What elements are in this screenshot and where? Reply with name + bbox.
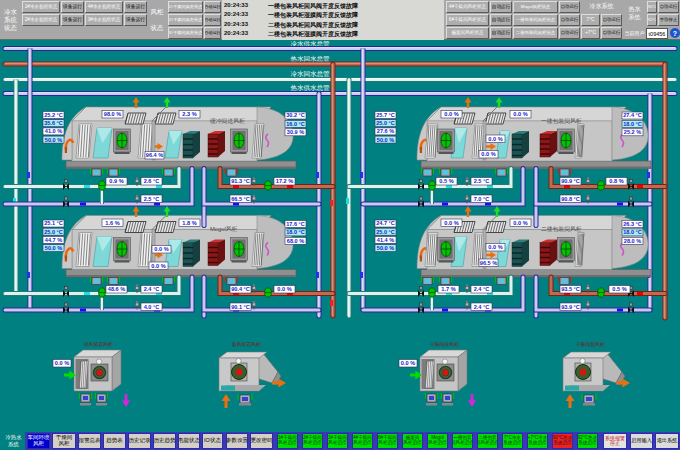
- svg-text:48.6 %: 48.6 %: [108, 286, 125, 292]
- svg-text:93.9 °C: 93.9 °C: [561, 304, 580, 310]
- svg-text:17.2 %: 17.2 %: [276, 178, 293, 184]
- svg-text:90.4 °C: 90.4 °C: [231, 286, 250, 292]
- svg-text:16.0 °C: 16.0 °C: [286, 121, 305, 127]
- svg-text:25.0 °C: 25.0 °C: [376, 120, 395, 126]
- svg-text:二楼包装间风柜: 二楼包装间风柜: [541, 226, 582, 233]
- svg-text:新风装置风柜: 新风装置风柜: [232, 341, 261, 347]
- svg-text:68.0 %: 68.0 %: [287, 238, 304, 244]
- svg-text:0.0 %: 0.0 %: [401, 360, 415, 366]
- svg-text:30.9 %: 30.9 %: [287, 129, 304, 135]
- svg-text:27.4 °C: 27.4 °C: [623, 112, 642, 118]
- svg-text:25.1 °C: 25.1 °C: [44, 220, 63, 226]
- svg-text:41.4 %: 41.4 %: [377, 237, 394, 243]
- svg-text:0.8 %: 0.8 %: [609, 178, 623, 184]
- svg-text:66.5 °C: 66.5 °C: [231, 196, 250, 202]
- svg-text:18.0 °C: 18.0 °C: [286, 229, 305, 235]
- svg-text:50.0 %: 50.0 %: [377, 137, 394, 143]
- svg-text:25.7 °C: 25.7 °C: [376, 112, 395, 118]
- svg-text:2.4 °C: 2.4 °C: [474, 286, 490, 292]
- svg-text:90.9 °C: 90.9 °C: [561, 178, 580, 184]
- svg-text:1.7 %: 1.7 %: [441, 286, 455, 292]
- svg-text:1.6 %: 1.6 %: [105, 220, 119, 226]
- svg-text:0.0 %: 0.0 %: [55, 360, 69, 366]
- svg-text:0.0 %: 0.0 %: [444, 220, 458, 226]
- svg-text:50.0 %: 50.0 %: [377, 245, 394, 251]
- svg-text:排风装置风柜: 排风装置风柜: [83, 342, 113, 347]
- svg-text:0.0 %: 0.0 %: [444, 111, 458, 117]
- svg-text:96.4 %: 96.4 %: [146, 152, 163, 158]
- svg-text:2.3 %: 2.3 %: [182, 111, 196, 117]
- svg-text:91.3 °C: 91.3 °C: [231, 178, 250, 184]
- svg-text:27.6 %: 27.6 %: [377, 128, 394, 134]
- svg-text:2.4 °C: 2.4 °C: [474, 304, 490, 310]
- svg-text:25.2 %: 25.2 %: [624, 129, 641, 135]
- svg-text:26.3 °C: 26.3 °C: [623, 221, 642, 227]
- svg-text:0.0 %: 0.0 %: [513, 220, 527, 226]
- svg-text:25.0 °C: 25.0 °C: [376, 229, 395, 235]
- svg-text:干燥间新风柜: 干燥间新风柜: [576, 341, 605, 348]
- svg-text:90.1 °C: 90.1 °C: [231, 304, 250, 310]
- svg-text:热水供水总管: 热水供水总管: [291, 84, 331, 92]
- svg-text:35.6 °C: 35.6 °C: [44, 120, 63, 126]
- svg-text:44.7 %: 44.7 %: [45, 237, 62, 243]
- svg-text:41.0 %: 41.0 %: [45, 128, 62, 134]
- svg-text:0.0 %: 0.0 %: [513, 111, 527, 117]
- svg-text:28.0 %: 28.0 %: [624, 238, 641, 244]
- svg-text:0.0 %: 0.0 %: [488, 136, 502, 142]
- svg-text:98.0 %: 98.0 %: [104, 111, 121, 117]
- svg-text:2.6 °C: 2.6 °C: [144, 178, 160, 184]
- svg-text:24.7 °C: 24.7 °C: [376, 220, 395, 226]
- svg-text:0.0 %: 0.0 %: [277, 286, 291, 292]
- svg-text:0.0 %: 0.0 %: [154, 246, 168, 252]
- svg-text:50.0 %: 50.0 %: [45, 245, 62, 251]
- svg-text:25.2 °C: 25.2 °C: [44, 112, 63, 118]
- svg-text:0.5 %: 0.5 %: [612, 286, 626, 292]
- svg-text:一楼包装间风柜: 一楼包装间风柜: [541, 118, 582, 125]
- svg-text:1.8 %: 1.8 %: [182, 220, 196, 226]
- svg-text:冷水回水总管: 冷水回水总管: [291, 70, 331, 78]
- svg-text:96.5 %: 96.5 %: [480, 260, 497, 266]
- svg-text:0.5 %: 0.5 %: [439, 178, 453, 184]
- svg-text:干燥间排风柜: 干燥间排风柜: [430, 341, 459, 348]
- svg-text:0.9 %: 0.9 %: [109, 178, 123, 184]
- svg-text:25.0 °C: 25.0 °C: [44, 229, 63, 235]
- svg-text:0.0 %: 0.0 %: [151, 263, 165, 269]
- svg-text:93.5 °C: 93.5 °C: [561, 286, 580, 292]
- svg-text:50.0 %: 50.0 %: [45, 137, 62, 143]
- svg-text:缓冲间送风柜: 缓冲间送风柜: [210, 118, 245, 125]
- svg-text:30.2 °C: 30.2 °C: [286, 112, 305, 118]
- svg-text:2.5 °C: 2.5 °C: [474, 178, 490, 184]
- svg-text:18.0 °C: 18.0 °C: [623, 121, 642, 127]
- svg-text:4.0 °C: 4.0 °C: [144, 304, 160, 310]
- svg-text:2.5 °C: 2.5 °C: [144, 196, 160, 202]
- svg-text:0.0 %: 0.0 %: [488, 244, 502, 250]
- svg-text:7.0 °C: 7.0 °C: [474, 196, 490, 202]
- svg-text:Mogul风柜: Mogul风柜: [210, 226, 238, 232]
- svg-text:热水回水总管: 热水回水总管: [291, 55, 331, 63]
- svg-text:0.0 %: 0.0 %: [481, 151, 495, 157]
- svg-text:90.8 °C: 90.8 °C: [561, 196, 580, 202]
- svg-text:17.6 °C: 17.6 °C: [286, 221, 305, 227]
- svg-text:2.4 °C: 2.4 °C: [144, 286, 160, 292]
- svg-text:18.0 °C: 18.0 °C: [623, 229, 642, 235]
